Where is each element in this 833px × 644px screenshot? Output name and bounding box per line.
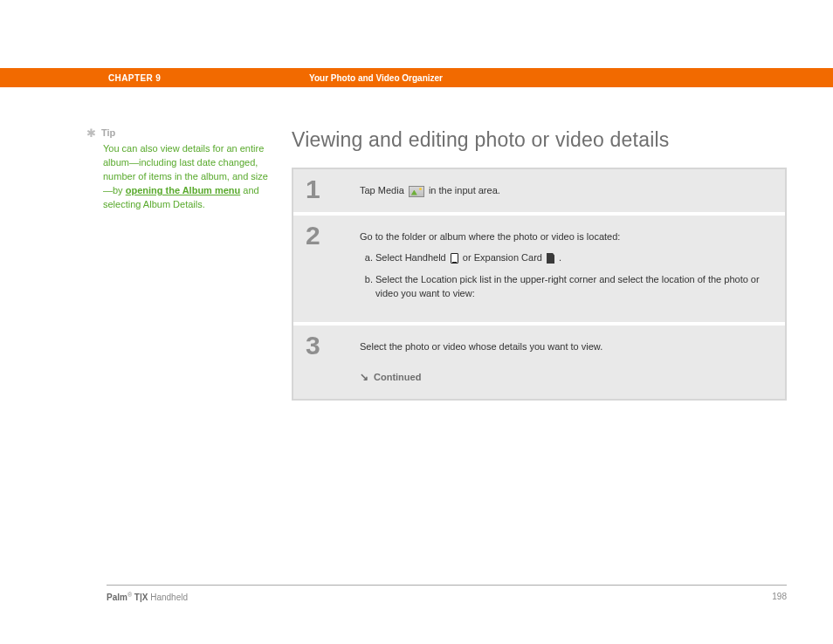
continued-indicator: ↘ Continued (360, 369, 771, 385)
continued-label: Continued (374, 370, 421, 385)
footer-brand: Palm (107, 593, 127, 602)
step-number: 2 (293, 216, 360, 322)
tip-sidebar: ✱ Tip You can also view details for an e… (86, 127, 292, 212)
substep-a: Select Handheld or Expansion Card . (375, 250, 771, 265)
footer-model: T|X (132, 593, 148, 602)
page-number: 198 (772, 592, 787, 602)
handheld-icon (451, 253, 458, 264)
step-number: 1 (293, 169, 360, 212)
step-row: 1 Tap Media in the input area. (293, 169, 785, 216)
tip-asterisk-icon: ✱ (86, 127, 96, 139)
main-column: Viewing and editing photo or video detai… (292, 127, 787, 401)
chapter-label: CHAPTER 9 (108, 73, 161, 83)
open-album-menu-link[interactable]: opening the Album menu (126, 185, 241, 195)
substep-b: Select the Location pick list in the upp… (375, 272, 771, 301)
step-number: 3 (293, 325, 360, 400)
step-text: Select the photo or video whose details … (360, 339, 771, 354)
page-content: ✱ Tip You can also view details for an e… (86, 127, 787, 401)
tip-label: Tip (101, 127, 115, 140)
footer-divider (107, 585, 787, 586)
substep-text: . (559, 252, 561, 263)
page-title: Viewing and editing photo or video detai… (292, 128, 787, 152)
steps-container: 1 Tap Media in the input area. 2 Go to t… (292, 168, 787, 401)
step-row: 3 Select the photo or video whose detail… (293, 325, 785, 400)
chapter-header-bar: CHAPTER 9 Your Photo and Video Organizer (0, 68, 833, 87)
tip-body: You can also view details for an entire … (103, 142, 274, 212)
step-row: 2 Go to the folder or album where the ph… (293, 216, 785, 325)
substep-text: Select Handheld (375, 252, 449, 263)
step-text: Tap Media (360, 185, 407, 195)
step-text: in the input area. (429, 185, 500, 195)
expansion-card-icon (547, 253, 554, 264)
substep-text: or Expansion Card (463, 252, 545, 263)
footer-product-name: Palm® T|X Handheld (107, 592, 188, 602)
step-intro: Go to the folder or album where the phot… (360, 230, 771, 244)
step-body: Go to the folder or album where the phot… (360, 216, 785, 322)
footer-model-suffix: Handheld (148, 593, 188, 602)
page-footer: Palm® T|X Handheld 198 (107, 592, 787, 602)
step-body: Tap Media in the input area. (360, 169, 785, 212)
chapter-section-title: Your Photo and Video Organizer (309, 73, 443, 83)
media-app-icon (409, 186, 424, 197)
continued-arrow-icon: ↘ (360, 369, 368, 385)
step-body: Select the photo or video whose details … (360, 325, 785, 400)
